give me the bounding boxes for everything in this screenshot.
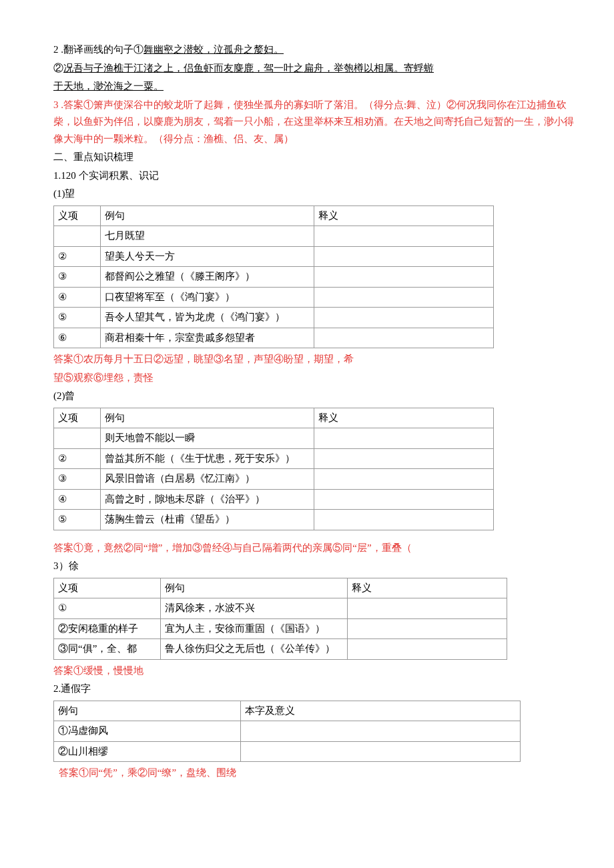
th-shiyi: 释义 <box>314 408 494 428</box>
th-yixiang: 义项 <box>54 408 101 428</box>
table-row: ②山川相缪 <box>54 741 521 762</box>
tongjia-title: 2.通假字 <box>53 681 574 698</box>
th-shiyi: 释义 <box>314 205 494 226</box>
th-liju: 例句 <box>101 205 314 226</box>
table-row: ②望美人兮天一方 <box>54 246 494 267</box>
table-row: ②安闲稳重的样子宜为人主，安徐而重固（《国语》） <box>54 618 507 639</box>
q2-line2: ②况吾与子渔樵于江渚之上，侣鱼虾而友麋鹿，驾一叶之扁舟，举匏樽以相属。寄蜉蝣 <box>53 60 574 77</box>
table-row: ③都督阎公之雅望（《滕王阁序》） <box>54 267 494 288</box>
table-row: ⑤吾令人望其气，皆为龙虎（《鸿门宴》） <box>54 308 494 328</box>
q3-answer: 3 .答案①箫声使深谷中的蛟龙听了起舞，使独坐孤舟的寡妇听了落泪。（得分点:舞、… <box>53 97 574 148</box>
xu-ans: 答案①缓慢，慢慢地 <box>53 663 574 680</box>
table-row: ④口夜望将军至（《鸿门宴》） <box>54 287 494 308</box>
ceng-title: (2)曾 <box>53 388 574 405</box>
q2-label: 2 .翻译画线的句子① <box>53 44 143 55</box>
table-row: ②曾益其所不能（《生于忧患，死于安乐》） <box>54 448 494 469</box>
table-row: ③同“俱”，全、都鲁人徐伤归父之无后也（《公羊传》） <box>54 639 507 660</box>
th-yixiang: 义项 <box>54 578 161 598</box>
table-head: 义项 例句 释义 <box>54 205 494 226</box>
th-liju: 例句 <box>54 701 241 721</box>
q2-u1: 舞幽壑之潜蛟，泣孤舟之嫠妇。 <box>143 44 284 55</box>
table-row: ①清风徐来，水波不兴 <box>54 598 507 619</box>
xu-table: 义项 例句 释义 ①清风徐来，水波不兴 ②安闲稳重的样子宜为人主，安徐而重固（《… <box>53 578 507 660</box>
th-yixiang: 义项 <box>54 205 101 226</box>
table-row: ⑥商君相秦十年，宗室贵戚多怨望者 <box>54 328 494 348</box>
ceng-ans: 答案①竟，竟然②同“增”，增加③曾经④与自己隔着两代的亲属⑤同“层”，重叠（ <box>53 540 574 557</box>
tongjia-table: 例句 本字及意义 ①冯虚御风 ②山川相缪 <box>53 701 521 763</box>
th-liju: 例句 <box>101 408 314 428</box>
table-row: 则天地曾不能以一瞬 <box>54 428 494 449</box>
wang-ans1: 答案①农历每月十五日②远望，眺望③名望，声望④盼望，期望，希 <box>53 351 574 368</box>
th-shiyi: 释义 <box>348 578 507 598</box>
tongjia-ans: 答案①同“凭”，乘②同“缭”，盘绕、围绕 <box>53 765 574 782</box>
th-liju: 例句 <box>161 578 348 598</box>
sec2-h: 二、重点知识梳理 <box>53 149 574 166</box>
wang-title: (1)望 <box>53 185 574 203</box>
q2-l2c: 于天地，渺沧海之一粟。 <box>53 81 164 91</box>
table-row: ④高曾之时，隙地未尽辟（《治平》） <box>54 489 494 510</box>
xu-title: 3）徐 <box>53 558 574 575</box>
wang-ans2: 望⑤观察⑥埋怨，责怪 <box>53 370 574 387</box>
table-row: ③风景旧曾谙（白居易《忆江南》） <box>54 469 494 490</box>
th-benzi: 本字及意义 <box>241 701 521 721</box>
table-head: 例句 本字及意义 <box>54 701 521 721</box>
table-row: ⑤荡胸生曾云（杜甫《望岳》） <box>54 510 494 530</box>
table-head: 义项 例句 释义 <box>54 408 494 428</box>
sec2-h1: 1.120 个实词积累、识记 <box>53 167 574 185</box>
table-head: 义项 例句 释义 <box>54 578 507 598</box>
q2-l2b: 况吾与子渔樵于江渚之上，侣鱼虾而友麋鹿，驾一叶之扁舟，举匏樽以相属。寄蜉蝣 <box>63 63 434 73</box>
q2-line3: 于天地，渺沧海之一粟。 <box>53 78 574 95</box>
q2-line1: 2 .翻译画线的句子①舞幽壑之潜蛟，泣孤舟之嫠妇。 <box>53 41 574 59</box>
ceng-table: 义项 例句 释义 则天地曾不能以一瞬 ②曾益其所不能（《生于忧患，死于安乐》） … <box>53 408 494 530</box>
table-row: ①冯虚御风 <box>54 721 521 742</box>
q2-l2a: ② <box>53 63 63 73</box>
table-row: 七月既望 <box>54 226 494 247</box>
wang-table: 义项 例句 释义 七月既望 ②望美人兮天一方 ③都督阎公之雅望（《滕王阁序》） … <box>53 205 494 349</box>
